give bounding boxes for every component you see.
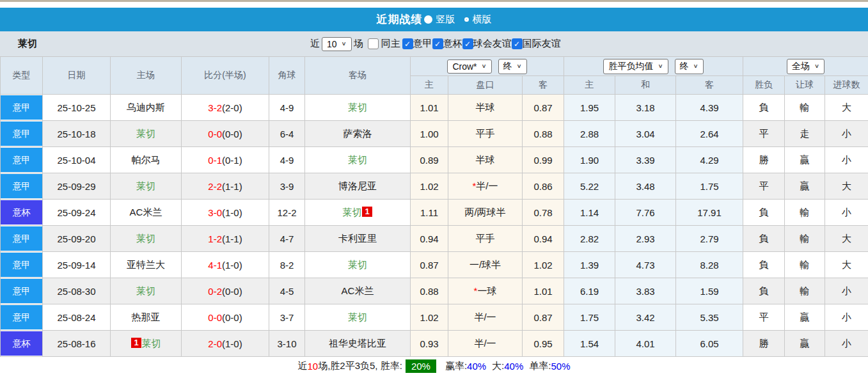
match-score: 3-2(2-0) <box>182 95 269 121</box>
league-checkbox-3[interactable]: ✓ <box>512 38 523 49</box>
vertical-layout-radio[interactable] <box>424 15 432 24</box>
match-date: 25-10-25 <box>43 95 111 121</box>
horizontal-layout-label[interactable]: 横版 <box>473 13 492 26</box>
home-team-name[interactable]: 莱切 <box>142 338 161 349</box>
home-team[interactable]: 莱切 <box>111 121 182 147</box>
column-header-3: 比分(半场) <box>182 57 269 95</box>
league-checkbox-label-3[interactable]: 国际友谊 <box>523 38 561 50</box>
same-home-checkbox[interactable] <box>368 38 379 49</box>
league-checkbox-0[interactable]: ✓ <box>402 38 413 49</box>
match-count-select[interactable]: 10∨ <box>322 37 352 51</box>
home-team[interactable]: 乌迪内斯 <box>111 95 182 121</box>
league-type: 意甲 <box>1 173 43 200</box>
away-team[interactable]: 博洛尼亚 <box>305 173 411 200</box>
table-row: 意甲25-10-04帕尔马0-1(0-1)4-9莱切0.89半球0.991.90… <box>1 147 868 173</box>
odds-time-select[interactable]: 终∨ <box>498 59 527 74</box>
big-rate-label: 大: <box>492 360 504 372</box>
avg-away: 1.59 <box>676 278 743 304</box>
odds-handicap: 半/一 <box>448 304 523 331</box>
corner-score: 4-5 <box>269 278 305 304</box>
odds-home: 1.01 <box>411 95 448 121</box>
half-time-score: (1-0) <box>222 338 242 349</box>
avg-home: 1.90 <box>564 147 615 173</box>
avg-home: 2.88 <box>564 121 615 147</box>
league-type: 意杯 <box>1 331 43 357</box>
league-checkbox-label-2[interactable]: 球会友谊 <box>473 38 512 50</box>
away-team-name[interactable]: 莱切 <box>348 259 367 270</box>
league-checkbox-1[interactable]: ✓ <box>432 38 443 49</box>
away-team-name[interactable]: 莱切 <box>348 154 367 165</box>
league-checkbox-label-1[interactable]: 意杯 <box>443 38 462 50</box>
away-team-name[interactable]: 莱切 <box>348 102 367 113</box>
home-team[interactable]: 热那亚 <box>111 304 182 331</box>
footer-count: 10 <box>307 361 318 372</box>
away-team[interactable]: 卡利亚里 <box>305 226 411 252</box>
away-team-name[interactable]: AC米兰 <box>342 285 374 296</box>
result-wdl: 負 <box>743 252 785 278</box>
filter-bar: 莱切 近 10∨ 场 同主 ✓意甲✓意杯✓球会友谊✓国际友谊 <box>0 31 868 56</box>
result-goals: 大 <box>825 173 868 200</box>
match-score: 2-0(1-0) <box>182 331 269 357</box>
home-team-name[interactable]: 莱切 <box>136 180 155 191</box>
odds-away: 1.02 <box>523 252 564 278</box>
title-bar: 近期战绩 竖版 横版 <box>0 8 868 31</box>
home-team[interactable]: 帕尔马 <box>111 147 182 173</box>
league-checkbox-2[interactable]: ✓ <box>462 38 473 49</box>
home-team-name[interactable]: AC米兰 <box>130 207 162 217</box>
away-team[interactable]: 祖华史塔比亚 <box>305 331 411 357</box>
match-score: 2-2(1-1) <box>182 173 269 200</box>
chevron-down-icon: ∨ <box>814 63 819 69</box>
avg-draw: 3.04 <box>615 121 676 147</box>
home-team[interactable]: 莱切 <box>111 173 182 200</box>
away-team[interactable]: 莱切 <box>305 95 411 121</box>
vertical-layout-label[interactable]: 竖版 <box>436 13 455 26</box>
same-home-label[interactable]: 同主 <box>381 38 400 50</box>
asterisk-marker: * <box>474 285 478 296</box>
home-team-name[interactable]: 热那亚 <box>132 311 161 322</box>
away-team[interactable]: 莱切 <box>305 147 411 173</box>
bookmaker-select[interactable]: Crow*∨ <box>447 59 491 74</box>
away-team[interactable]: 莱切1 <box>305 200 411 226</box>
odds-home: 1.02 <box>411 304 448 331</box>
league-checkbox-label-0[interactable]: 意甲 <box>413 38 432 50</box>
league-type-badge: 意甲 <box>1 122 42 146</box>
home-team[interactable]: 亚特兰大 <box>111 252 182 278</box>
home-team[interactable]: 莱切 <box>111 278 182 304</box>
away-team-name[interactable]: 卡利亚里 <box>338 233 377 244</box>
home-team-name[interactable]: 莱切 <box>136 233 155 244</box>
away-team-name[interactable]: 莱切 <box>342 207 361 217</box>
home-team[interactable]: 莱切 <box>111 226 182 252</box>
away-team[interactable]: 莱切 <box>305 252 411 278</box>
home-team[interactable]: AC米兰 <box>111 200 182 226</box>
home-team-name[interactable]: 莱切 <box>136 128 155 139</box>
column-subheader-0: 主 <box>411 76 448 95</box>
odds-handicap: 平手 <box>448 121 523 147</box>
corner-score: 3-7 <box>269 304 305 331</box>
away-team-name[interactable]: 萨索洛 <box>343 128 372 139</box>
avg-type-select[interactable]: 胜平负均值∨ <box>603 59 668 74</box>
odds-away: 0.78 <box>523 200 564 226</box>
corner-score: 3-9 <box>269 173 305 200</box>
avg-time-select[interactable]: 终∨ <box>675 59 704 74</box>
home-team-name[interactable]: 亚特兰大 <box>127 259 165 270</box>
full-time-score: 0-0 <box>208 129 222 139</box>
horizontal-layout-radio[interactable] <box>464 17 469 22</box>
away-team-name[interactable]: 祖华史塔比亚 <box>329 338 386 349</box>
home-team-name[interactable]: 帕尔马 <box>132 154 161 165</box>
away-team-name[interactable]: 博洛尼亚 <box>338 180 377 191</box>
home-team-name[interactable]: 莱切 <box>136 285 155 296</box>
scope-select[interactable]: 全场∨ <box>787 59 825 74</box>
match-score: 0-1(0-1) <box>182 147 269 173</box>
home-team[interactable]: 1莱切 <box>111 331 182 357</box>
home-team-name[interactable]: 乌迪内斯 <box>127 102 165 113</box>
result-goals: 大 <box>825 252 868 278</box>
away-team[interactable]: 莱切 <box>305 304 411 331</box>
away-team[interactable]: 萨索洛 <box>305 121 411 147</box>
avg-home: 1.39 <box>564 252 615 278</box>
avg-home: 5.22 <box>564 173 615 200</box>
away-team-name[interactable]: 莱切 <box>348 311 367 322</box>
away-team[interactable]: AC米兰 <box>305 278 411 304</box>
league-type: 意甲 <box>1 95 43 121</box>
column-subheader-8: 进球数 <box>825 76 868 95</box>
match-date: 25-10-04 <box>43 147 111 173</box>
